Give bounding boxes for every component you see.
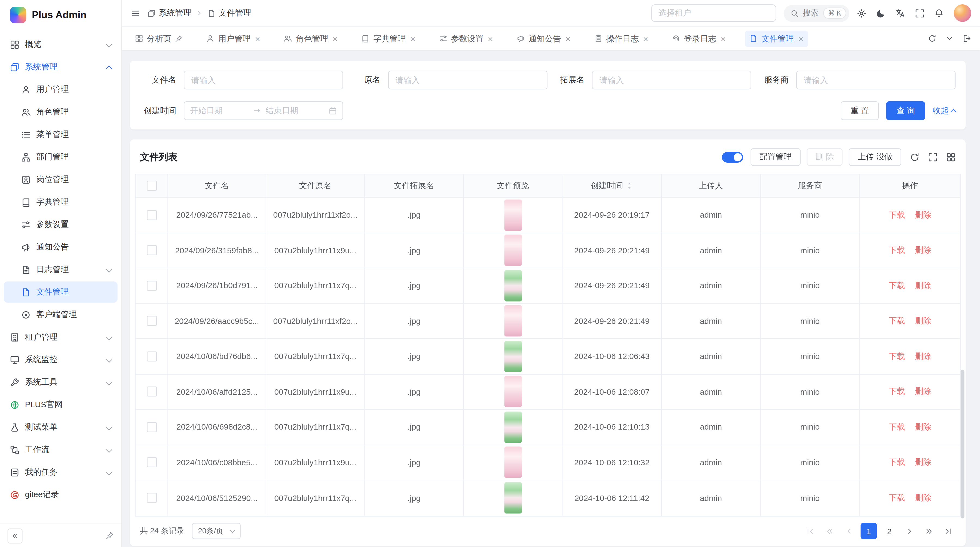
delete-link[interactable]: 删除: [915, 209, 931, 221]
refresh-icon[interactable]: [928, 34, 936, 43]
row-checkbox[interactable]: [146, 210, 156, 220]
fast-next-icon[interactable]: [921, 523, 936, 539]
page-button[interactable]: 2: [881, 523, 897, 539]
download-link[interactable]: 下载: [889, 386, 905, 397]
upload-button[interactable]: 上传 没做: [849, 148, 901, 166]
tab[interactable]: 角色管理 ×: [280, 30, 342, 46]
breadcrumb-item[interactable]: 系统管理: [148, 8, 191, 19]
tab-close-icon[interactable]: ×: [721, 34, 726, 43]
filter-input[interactable]: [592, 70, 751, 89]
sidebar-item[interactable]: 工作流: [4, 439, 118, 460]
preview-image[interactable]: [504, 305, 522, 337]
tab[interactable]: 参数设置 ×: [435, 30, 497, 46]
preview-image[interactable]: [504, 411, 522, 443]
delete-link[interactable]: 删除: [915, 457, 931, 468]
tab-close-icon[interactable]: ×: [643, 34, 648, 43]
config-manage-button[interactable]: 配置管理: [751, 148, 800, 166]
sidebar-item[interactable]: 系统监控: [4, 349, 118, 370]
table-fullscreen-icon[interactable]: [928, 152, 937, 161]
sidebar-item[interactable]: 客户端管理: [4, 304, 118, 325]
sidebar-item[interactable]: 系统工具: [4, 372, 118, 393]
breadcrumb-item[interactable]: 文件管理: [207, 8, 251, 19]
tab[interactable]: 分析页: [130, 30, 187, 46]
avatar[interactable]: [954, 4, 971, 22]
select-all-checkbox[interactable]: [146, 181, 156, 191]
tab[interactable]: 用户管理 ×: [202, 30, 265, 46]
bell-icon[interactable]: [934, 8, 943, 18]
delete-link[interactable]: 删除: [915, 316, 931, 327]
sidebar-item[interactable]: 角色管理: [4, 101, 118, 123]
pin-icon[interactable]: [175, 35, 183, 42]
preview-image[interactable]: [504, 270, 522, 301]
sidebar-item[interactable]: 租户管理: [4, 326, 118, 348]
fast-prev-icon[interactable]: [822, 523, 837, 539]
sidebar-item[interactable]: 概览: [4, 34, 118, 55]
preview-image[interactable]: [504, 341, 522, 372]
filter-input[interactable]: [184, 70, 343, 89]
preview-image[interactable]: [504, 199, 522, 231]
download-link[interactable]: 下载: [889, 316, 905, 327]
page-button[interactable]: 1: [861, 523, 877, 539]
sidebar-item[interactable]: 日志管理: [4, 259, 118, 280]
query-button[interactable]: 查 询: [886, 101, 925, 120]
download-link[interactable]: 下载: [889, 457, 905, 468]
sidebar-collapse-button[interactable]: [8, 528, 22, 543]
row-checkbox[interactable]: [146, 351, 156, 362]
tab-close-icon[interactable]: ×: [565, 34, 571, 43]
sidebar-item[interactable]: PLUS官网: [4, 394, 118, 415]
first-page-icon[interactable]: [802, 523, 818, 539]
app-logo[interactable]: Plus Admin: [0, 0, 121, 30]
filter-input[interactable]: [796, 70, 956, 89]
tab-close-icon[interactable]: ×: [488, 34, 493, 43]
row-checkbox[interactable]: [146, 458, 156, 467]
row-checkbox[interactable]: [146, 493, 156, 503]
tab[interactable]: 操作日志 ×: [590, 30, 652, 46]
last-page-icon[interactable]: [940, 523, 956, 539]
delete-button[interactable]: 删 除: [807, 148, 843, 166]
translate-icon[interactable]: [896, 8, 905, 18]
chevron-down-icon[interactable]: [946, 34, 954, 43]
tab[interactable]: 登录日志 ×: [668, 30, 730, 46]
prev-page-icon[interactable]: [841, 523, 856, 539]
reset-button[interactable]: 重 置: [840, 101, 879, 120]
download-link[interactable]: 下载: [889, 280, 905, 291]
page-size-select[interactable]: 20条/页: [192, 523, 241, 539]
sidebar-item[interactable]: 通知公告: [4, 236, 118, 258]
sidebar-item[interactable]: 系统管理: [4, 56, 118, 78]
tab-close-icon[interactable]: ×: [410, 34, 415, 43]
global-search[interactable]: 搜索 ⌘ K: [783, 5, 850, 22]
row-checkbox[interactable]: [146, 386, 156, 397]
delete-link[interactable]: 删除: [915, 492, 931, 503]
download-link[interactable]: 下载: [889, 209, 905, 221]
preview-image[interactable]: [504, 447, 522, 478]
sidebar-item[interactable]: 文件管理: [4, 281, 118, 303]
sidebar-item[interactable]: 用户管理: [4, 79, 118, 100]
row-checkbox[interactable]: [146, 246, 156, 255]
row-checkbox[interactable]: [146, 281, 156, 291]
collapse-filter-link[interactable]: 收起: [932, 105, 956, 116]
refresh-icon[interactable]: [910, 152, 919, 161]
preview-image[interactable]: [504, 235, 522, 266]
tab-close-icon[interactable]: ×: [799, 34, 803, 43]
fullscreen-icon[interactable]: [915, 8, 924, 18]
date-range-picker[interactable]: 开始日期 结束日期: [184, 101, 343, 120]
gear-icon[interactable]: [857, 8, 866, 18]
sidebar-item[interactable]: 我的任务: [4, 461, 118, 483]
menu-toggle-icon[interactable]: [130, 8, 140, 18]
download-link[interactable]: 下载: [889, 421, 905, 432]
download-link[interactable]: 下载: [889, 351, 905, 362]
download-link[interactable]: 下载: [889, 245, 905, 256]
tab-close-icon[interactable]: ×: [255, 34, 260, 43]
delete-link[interactable]: 删除: [915, 245, 931, 256]
delete-link[interactable]: 删除: [915, 386, 931, 397]
delete-link[interactable]: 删除: [915, 351, 931, 362]
table-scrollbar[interactable]: [961, 370, 964, 518]
sidebar-pin-icon[interactable]: [106, 532, 114, 540]
exit-icon[interactable]: [963, 34, 971, 43]
filter-input[interactable]: [388, 70, 547, 89]
sidebar-item[interactable]: 岗位管理: [4, 169, 118, 190]
sidebar-item[interactable]: 部门管理: [4, 146, 118, 167]
sort-icon[interactable]: [625, 182, 633, 190]
preview-image[interactable]: [504, 376, 522, 407]
search-toggle[interactable]: [722, 152, 743, 163]
